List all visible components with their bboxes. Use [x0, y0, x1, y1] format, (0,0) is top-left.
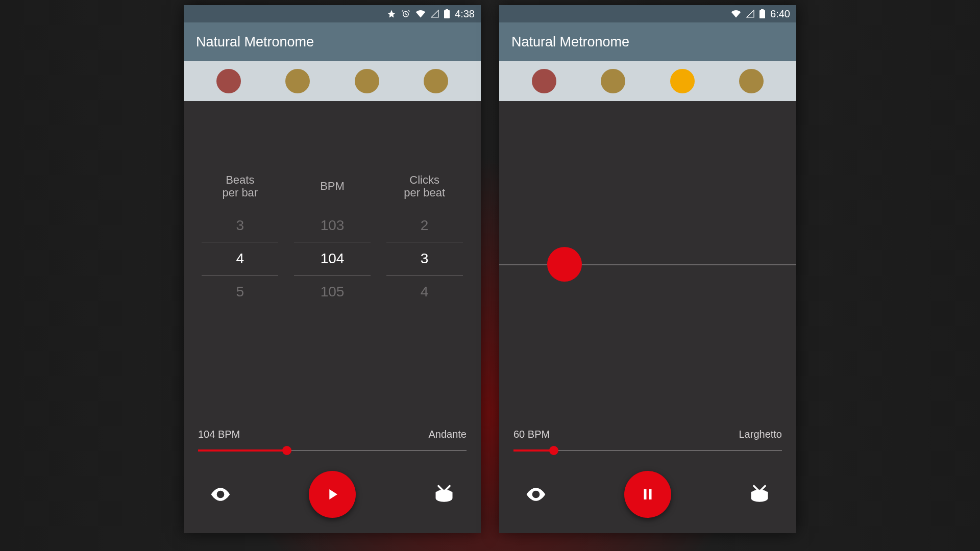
app-title: Natural Metronome	[511, 34, 629, 50]
beat-dot-4[interactable]	[739, 69, 764, 93]
bpm-label: 60 BPM	[513, 429, 550, 440]
drum-icon	[433, 483, 455, 506]
beat-dot-1[interactable]	[532, 69, 556, 93]
svg-rect-2	[446, 9, 448, 11]
picker-value-below[interactable]: 105	[294, 276, 371, 308]
tap-tempo-button[interactable]	[429, 479, 459, 510]
wifi-icon	[415, 10, 426, 18]
app-bar: Natural Metronome	[499, 22, 796, 61]
picker-value-below[interactable]: 5	[202, 276, 278, 308]
app-title: Natural Metronome	[196, 34, 314, 50]
beat-indicator-row	[184, 61, 481, 101]
picker-bpm[interactable]: BPM 103 104 105	[294, 172, 371, 308]
status-bar: 6:40	[499, 5, 796, 22]
main-area: Beats per bar 3 4 5 BPM 103 104 105	[184, 101, 481, 533]
cell-signal-icon	[431, 10, 439, 18]
beat-dot-2[interactable]	[285, 69, 310, 93]
play-icon	[324, 486, 341, 503]
drum-icon	[748, 483, 771, 506]
svg-rect-9	[649, 489, 652, 499]
eye-icon	[525, 483, 547, 506]
beat-dot-3[interactable]	[355, 69, 379, 93]
eye-icon	[209, 483, 232, 506]
star-icon	[387, 9, 396, 18]
footer: 60 BPM Larghetto	[513, 429, 782, 518]
app-bar: Natural Metronome	[184, 22, 481, 61]
phone-left: 4:38 Natural Metronome Beats per bar 3 4…	[184, 5, 481, 533]
play-button[interactable]	[309, 471, 356, 518]
svg-point-7	[534, 492, 537, 496]
visibility-button[interactable]	[205, 479, 236, 510]
picker-value-below[interactable]: 4	[386, 276, 463, 308]
picker-value-above[interactable]: 2	[386, 209, 463, 242]
tempo-name: Larghetto	[739, 429, 782, 440]
tempo-slider-fill	[513, 449, 554, 452]
picker-beats-per-bar[interactable]: Beats per bar 3 4 5	[202, 172, 278, 308]
wifi-icon	[731, 10, 741, 18]
tempo-slider-thumb[interactable]	[549, 446, 558, 455]
picker-value-above[interactable]: 3	[202, 209, 278, 242]
clock-time: 4:38	[455, 8, 475, 20]
picker-value-selected[interactable]: 3	[386, 242, 463, 276]
pause-icon	[640, 487, 655, 502]
svg-point-3	[218, 492, 222, 496]
footer: 104 BPM Andante	[198, 429, 467, 518]
battery-icon	[760, 9, 765, 18]
pendulum-ball	[547, 247, 582, 282]
svg-rect-5	[760, 10, 765, 18]
beat-dot-1[interactable]	[216, 69, 241, 93]
alarm-icon	[401, 9, 410, 18]
picker-label: Beats per bar	[202, 172, 278, 200]
phone-right: 6:40 Natural Metronome 60 BPM Larghetto	[499, 5, 796, 533]
picker-label: Clicks per beat	[386, 172, 463, 200]
svg-rect-8	[644, 489, 647, 499]
beat-indicator-row	[499, 61, 796, 101]
picker-label: BPM	[294, 172, 371, 200]
bpm-label: 104 BPM	[198, 429, 240, 440]
cell-signal-icon	[746, 10, 754, 18]
picker-value-selected[interactable]: 4	[202, 242, 278, 276]
pendulum	[499, 234, 796, 295]
status-bar: 4:38	[184, 5, 481, 22]
tempo-slider[interactable]	[198, 444, 467, 457]
svg-rect-6	[761, 9, 764, 11]
beat-dot-3[interactable]	[670, 69, 695, 93]
tempo-name: Andante	[428, 429, 467, 440]
tempo-slider-thumb[interactable]	[282, 446, 291, 455]
tap-tempo-button[interactable]	[744, 479, 775, 510]
picker-group: Beats per bar 3 4 5 BPM 103 104 105	[184, 172, 481, 308]
tempo-slider[interactable]	[513, 444, 782, 457]
battery-icon	[444, 9, 450, 18]
main-area: 60 BPM Larghetto	[499, 101, 796, 533]
svg-rect-1	[444, 10, 450, 18]
pause-button[interactable]	[624, 471, 671, 518]
visibility-button[interactable]	[521, 479, 551, 510]
clock-time: 6:40	[770, 8, 790, 20]
pendulum-track	[499, 264, 796, 265]
picker-value-selected[interactable]: 104	[294, 242, 371, 276]
beat-dot-4[interactable]	[424, 69, 448, 93]
beat-dot-2[interactable]	[601, 69, 625, 93]
picker-value-above[interactable]: 103	[294, 209, 371, 242]
picker-clicks-per-beat[interactable]: Clicks per beat 2 3 4	[386, 172, 463, 308]
tempo-slider-fill	[198, 449, 287, 452]
